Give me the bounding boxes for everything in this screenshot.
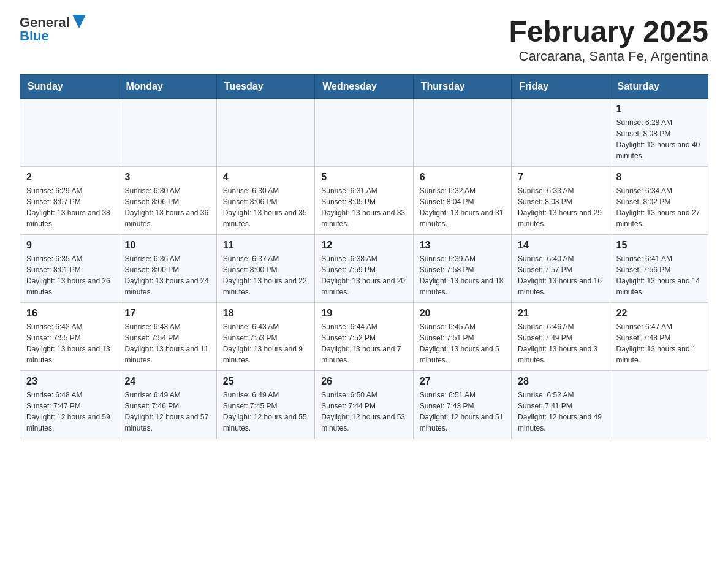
calendar-cell-w2-d4: 5Sunrise: 6:31 AMSunset: 8:05 PMDaylight… [315,167,413,235]
day-number: 14 [518,240,603,251]
calendar-cell-w2-d6: 7Sunrise: 6:33 AMSunset: 8:03 PMDaylight… [512,167,610,235]
logo: General Blue [20,15,86,44]
day-info: Sunrise: 6:30 AMSunset: 8:06 PMDaylight:… [124,185,210,229]
day-info: Sunrise: 6:30 AMSunset: 8:06 PMDaylight:… [223,185,308,229]
calendar-cell-w1-d7: 1Sunrise: 6:28 AMSunset: 8:08 PMDaylight… [610,99,708,167]
day-info: Sunrise: 6:46 AMSunset: 7:49 PMDaylight:… [518,321,603,366]
day-info: Sunrise: 6:49 AMSunset: 7:46 PMDaylight:… [124,389,210,434]
day-info: Sunrise: 6:38 AMSunset: 7:59 PMDaylight:… [321,253,406,297]
day-number: 15 [616,240,702,251]
day-info: Sunrise: 6:43 AMSunset: 7:53 PMDaylight:… [223,321,308,366]
day-info: Sunrise: 6:47 AMSunset: 7:48 PMDaylight:… [616,321,702,366]
col-wednesday: Wednesday [315,75,413,99]
day-info: Sunrise: 6:32 AMSunset: 8:04 PMDaylight:… [420,185,505,229]
calendar-cell-w2-d7: 8Sunrise: 6:34 AMSunset: 8:02 PMDaylight… [610,167,708,235]
day-info: Sunrise: 6:34 AMSunset: 8:02 PMDaylight:… [616,185,702,229]
day-number: 26 [321,376,406,387]
calendar-cell-w2-d1: 2Sunrise: 6:29 AMSunset: 8:07 PMDaylight… [20,167,118,235]
day-info: Sunrise: 6:43 AMSunset: 7:54 PMDaylight:… [124,321,210,366]
svg-marker-0 [72,15,86,28]
calendar-month-year: February 2025 [509,15,708,48]
day-info: Sunrise: 6:41 AMSunset: 7:56 PMDaylight:… [616,253,702,297]
calendar-cell-w3-d1: 9Sunrise: 6:35 AMSunset: 8:01 PMDaylight… [20,235,118,303]
day-info: Sunrise: 6:37 AMSunset: 8:00 PMDaylight:… [223,253,308,297]
day-info: Sunrise: 6:36 AMSunset: 8:00 PMDaylight:… [124,253,210,297]
calendar-cell-w4-d3: 18Sunrise: 6:43 AMSunset: 7:53 PMDayligh… [216,303,314,371]
day-info: Sunrise: 6:29 AMSunset: 8:07 PMDaylight:… [26,185,112,229]
day-info: Sunrise: 6:52 AMSunset: 7:41 PMDaylight:… [518,389,603,434]
day-number: 12 [321,240,406,251]
calendar-cell-w3-d3: 11Sunrise: 6:37 AMSunset: 8:00 PMDayligh… [216,235,314,303]
logo-text-blue: Blue [20,28,49,44]
day-number: 23 [26,376,112,387]
page-header: General Blue February 2025 Carcarana, Sa… [20,15,708,64]
day-number: 9 [26,240,112,251]
day-number: 10 [124,240,210,251]
day-info: Sunrise: 6:40 AMSunset: 7:57 PMDaylight:… [518,253,603,297]
calendar-cell-w2-d2: 3Sunrise: 6:30 AMSunset: 8:06 PMDaylight… [118,167,216,235]
day-number: 21 [518,308,603,319]
day-number: 20 [420,308,505,319]
calendar-cell-w2-d5: 6Sunrise: 6:32 AMSunset: 8:04 PMDaylight… [413,167,511,235]
day-number: 28 [518,376,603,387]
calendar-cell-w1-d1 [20,99,118,167]
day-number: 5 [321,172,406,183]
calendar-cell-w5-d3: 25Sunrise: 6:49 AMSunset: 7:45 PMDayligh… [216,371,314,439]
calendar-week-5: 23Sunrise: 6:48 AMSunset: 7:47 PMDayligh… [20,371,708,439]
calendar-title-block: February 2025 Carcarana, Santa Fe, Argen… [509,15,708,64]
day-number: 17 [124,308,210,319]
calendar-cell-w3-d6: 14Sunrise: 6:40 AMSunset: 7:57 PMDayligh… [512,235,610,303]
day-number: 22 [616,308,702,319]
calendar-cell-w4-d4: 19Sunrise: 6:44 AMSunset: 7:52 PMDayligh… [315,303,413,371]
day-info: Sunrise: 6:51 AMSunset: 7:43 PMDaylight:… [420,389,505,434]
day-info: Sunrise: 6:42 AMSunset: 7:55 PMDaylight:… [26,321,112,366]
calendar-cell-w5-d5: 27Sunrise: 6:51 AMSunset: 7:43 PMDayligh… [413,371,511,439]
day-number: 3 [124,172,210,183]
calendar-cell-w5-d4: 26Sunrise: 6:50 AMSunset: 7:44 PMDayligh… [315,371,413,439]
calendar-cell-w3-d7: 15Sunrise: 6:41 AMSunset: 7:56 PMDayligh… [610,235,708,303]
day-number: 19 [321,308,406,319]
calendar-cell-w4-d2: 17Sunrise: 6:43 AMSunset: 7:54 PMDayligh… [118,303,216,371]
day-number: 11 [223,240,308,251]
day-info: Sunrise: 6:28 AMSunset: 8:08 PMDaylight:… [616,117,702,161]
col-monday: Monday [118,75,216,99]
calendar-cell-w4-d5: 20Sunrise: 6:45 AMSunset: 7:51 PMDayligh… [413,303,511,371]
col-saturday: Saturday [610,75,708,99]
day-number: 2 [26,172,112,183]
day-number: 4 [223,172,308,183]
day-info: Sunrise: 6:49 AMSunset: 7:45 PMDaylight:… [223,389,308,434]
calendar-cell-w5-d1: 23Sunrise: 6:48 AMSunset: 7:47 PMDayligh… [20,371,118,439]
logo-triangle-icon [72,15,86,28]
day-number: 27 [420,376,505,387]
calendar-cell-w1-d3 [216,99,314,167]
day-number: 13 [420,240,505,251]
day-info: Sunrise: 6:35 AMSunset: 8:01 PMDaylight:… [26,253,112,297]
calendar-cell-w4-d7: 22Sunrise: 6:47 AMSunset: 7:48 PMDayligh… [610,303,708,371]
col-tuesday: Tuesday [216,75,314,99]
calendar-cell-w3-d5: 13Sunrise: 6:39 AMSunset: 7:58 PMDayligh… [413,235,511,303]
day-number: 16 [26,308,112,319]
day-number: 25 [223,376,308,387]
calendar-cell-w5-d7 [610,371,708,439]
calendar-cell-w5-d6: 28Sunrise: 6:52 AMSunset: 7:41 PMDayligh… [512,371,610,439]
day-info: Sunrise: 6:48 AMSunset: 7:47 PMDaylight:… [26,389,112,434]
day-number: 18 [223,308,308,319]
calendar-location: Carcarana, Santa Fe, Argentina [509,48,708,64]
calendar-cell-w4-d6: 21Sunrise: 6:46 AMSunset: 7:49 PMDayligh… [512,303,610,371]
day-number: 8 [616,172,702,183]
calendar-cell-w1-d2 [118,99,216,167]
day-info: Sunrise: 6:31 AMSunset: 8:05 PMDaylight:… [321,185,406,229]
calendar-week-3: 9Sunrise: 6:35 AMSunset: 8:01 PMDaylight… [20,235,708,303]
calendar-week-1: 1Sunrise: 6:28 AMSunset: 8:08 PMDaylight… [20,99,708,167]
day-number: 1 [616,104,702,115]
day-number: 6 [420,172,505,183]
day-info: Sunrise: 6:44 AMSunset: 7:52 PMDaylight:… [321,321,406,366]
day-number: 7 [518,172,603,183]
day-info: Sunrise: 6:45 AMSunset: 7:51 PMDaylight:… [420,321,505,366]
col-friday: Friday [512,75,610,99]
calendar-cell-w1-d6 [512,99,610,167]
calendar-cell-w1-d4 [315,99,413,167]
calendar-cell-w3-d4: 12Sunrise: 6:38 AMSunset: 7:59 PMDayligh… [315,235,413,303]
calendar-week-4: 16Sunrise: 6:42 AMSunset: 7:55 PMDayligh… [20,303,708,371]
col-thursday: Thursday [413,75,511,99]
